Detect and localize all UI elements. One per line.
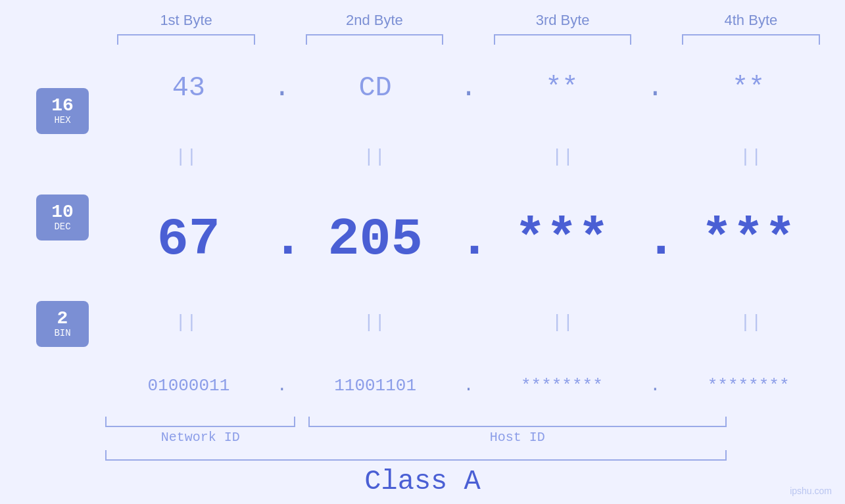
- byte3-bracket-top: [494, 34, 631, 45]
- hex-dot1: .: [272, 72, 292, 104]
- hex-badge: 16 HEX: [36, 88, 89, 134]
- watermark: ipshu.com: [790, 486, 832, 496]
- eq2-b3: ||: [552, 312, 574, 332]
- byte1-col: 1st Byte: [105, 12, 267, 45]
- network-id-label: Network ID: [105, 430, 295, 445]
- bin-data-row: 01000011 . 11001101 . ******** . *******…: [105, 376, 845, 396]
- byte4-bracket-top: [682, 34, 819, 45]
- hex-data-row: 43 . CD . ** . **: [105, 72, 845, 104]
- hex-b4: **: [665, 72, 832, 104]
- byte-headers: 1st Byte 2nd Byte 3rd Byte 4th Byte: [0, 0, 845, 45]
- hex-b1: 43: [105, 72, 272, 104]
- hex-label: HEX: [54, 115, 70, 126]
- bin-dot3: .: [645, 376, 665, 396]
- row-labels: 16 HEX 10 DEC 2 BIN: [0, 45, 105, 417]
- dec-b1: 67: [105, 210, 272, 269]
- dec-b3: ***: [479, 210, 646, 269]
- hex-b3: **: [479, 72, 646, 104]
- main-container: 1st Byte 2nd Byte 3rd Byte 4th Byte 16 H…: [0, 0, 845, 504]
- eq1-b4: ||: [740, 147, 762, 167]
- bin-number: 2: [57, 309, 68, 328]
- eq2-b2: ||: [364, 312, 386, 332]
- byte2-col: 2nd Byte: [293, 12, 455, 45]
- sep-row-1: || || || ||: [105, 148, 845, 166]
- dec-dot2: .: [459, 210, 479, 269]
- dec-dot3: .: [645, 210, 665, 269]
- bin-label: BIN: [54, 328, 70, 338]
- hex-dot3: .: [645, 72, 665, 104]
- byte3-label: 3rd Byte: [536, 12, 590, 29]
- class-label: Class A: [0, 466, 845, 497]
- hex-b2: CD: [292, 72, 459, 104]
- data-rows: 43 . CD . ** . ** || || || ||: [105, 45, 845, 417]
- bin-b4: ********: [665, 376, 832, 396]
- class-bracket-bottom: [105, 450, 727, 461]
- bottom-section: Network ID Host ID: [0, 417, 845, 466]
- eq2-b1: ||: [175, 312, 197, 332]
- hex-dot2: .: [459, 72, 479, 104]
- main-area: 16 HEX 10 DEC 2 BIN 43 . CD . ** . **: [0, 45, 845, 417]
- eq1-b2: ||: [364, 147, 386, 167]
- dec-label: DEC: [54, 221, 70, 232]
- hex-number: 16: [51, 97, 74, 115]
- eq1-b1: ||: [175, 147, 197, 167]
- byte4-label: 4th Byte: [725, 12, 778, 29]
- dec-b2: 205: [292, 210, 459, 269]
- eq2-b4: ||: [740, 312, 762, 332]
- sep-row-2: || || || ||: [105, 313, 845, 332]
- host-id-label: Host ID: [308, 430, 727, 445]
- byte1-label: 1st Byte: [160, 12, 212, 29]
- host-bracket-bottom: [308, 417, 727, 427]
- eq1-b3: ||: [552, 147, 574, 167]
- dec-data-row: 67 . 205 . *** . ***: [105, 210, 845, 269]
- dec-number: 10: [51, 203, 74, 221]
- dec-badge: 10 DEC: [36, 195, 89, 241]
- dec-b4: ***: [665, 210, 832, 269]
- byte3-col: 3rd Byte: [482, 12, 644, 45]
- byte1-bracket-top: [117, 34, 254, 45]
- bin-dot1: .: [272, 376, 292, 396]
- byte2-label: 2nd Byte: [346, 12, 403, 29]
- byte2-bracket-top: [306, 34, 443, 45]
- bin-badge: 2 BIN: [36, 301, 89, 347]
- bin-b1: 01000011: [105, 376, 272, 396]
- bin-b2: 11001101: [292, 376, 459, 396]
- bin-b3: ********: [479, 376, 646, 396]
- byte4-col: 4th Byte: [670, 12, 832, 45]
- bin-dot2: .: [459, 376, 479, 396]
- network-bracket-bottom: [105, 417, 295, 427]
- dec-dot1: .: [272, 210, 292, 269]
